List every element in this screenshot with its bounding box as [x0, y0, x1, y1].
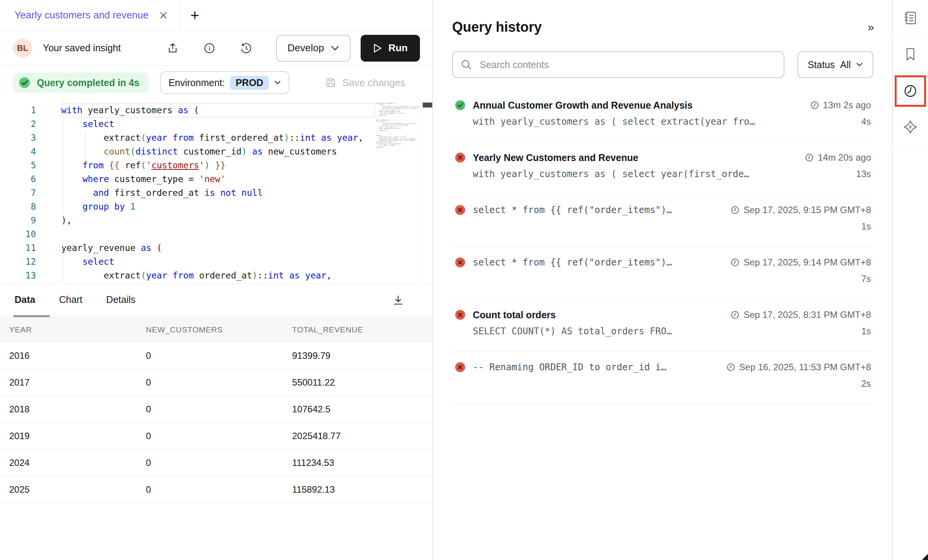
table-row: 20240111234.53 — [0, 449, 432, 476]
status-filter-dropdown[interactable]: Status All — [797, 51, 873, 78]
minimap[interactable]: with yearly_customers as ( select extrac… — [376, 103, 421, 148]
resize-corner[interactable] — [922, 554, 928, 560]
indent-guide — [85, 131, 85, 158]
table-cell: 107642.5 — [292, 404, 432, 415]
table-cell: 2018 — [0, 404, 146, 415]
code-token: ) — [242, 147, 247, 156]
download-icon[interactable] — [392, 294, 405, 307]
tab-title: Yearly customers and revenue — [15, 9, 149, 21]
tab-yearly-customers[interactable]: Yearly customers and revenue — [0, 0, 180, 30]
code-token: 'new' — [199, 174, 225, 184]
code-line[interactable]: ), — [61, 213, 374, 227]
code-line[interactable]: yearly_revenue as ( — [61, 241, 374, 255]
code-token: and — [93, 188, 109, 198]
scrollbar-handle[interactable] — [423, 103, 432, 107]
code-token: , — [358, 133, 364, 143]
avatar: BL — [13, 39, 32, 58]
history-item[interactable]: Yearly New Customers and Revenue14m 20s … — [452, 142, 873, 194]
results-tab-data[interactable]: Data — [15, 294, 35, 307]
code-token: as — [178, 105, 189, 115]
code-token — [109, 202, 114, 212]
code-token — [61, 174, 82, 184]
results-tab-details[interactable]: Details — [106, 294, 135, 307]
results-tab-chart[interactable]: Chart — [59, 294, 82, 307]
bookmark-icon — [902, 46, 918, 62]
code-line[interactable]: select — [61, 255, 374, 269]
code-token: as — [289, 270, 300, 280]
history-item[interactable]: Annual Customer Growth and Revenue Analy… — [452, 90, 873, 142]
history-item-header: -- Renaming ORDER_ID to order_id i…Sep 1… — [454, 361, 871, 373]
history-item-time: Sep 17, 2025, 8:31 PM GMT+8 — [723, 309, 871, 320]
new-tab-button[interactable]: + — [190, 8, 199, 23]
code-token: , — [326, 270, 332, 280]
history-item[interactable]: -- Renaming ORDER_ID to order_id i…Sep 1… — [452, 352, 873, 404]
code-line[interactable]: where customer_type = 'new' — [61, 172, 374, 186]
insight-subtitle: Your saved insight — [43, 42, 121, 54]
history-time-text: Sep 17, 2025, 9:14 PM GMT+8 — [743, 257, 871, 268]
code-line[interactable]: extract(year from ordered_at)::int as ye… — [61, 269, 374, 282]
history-item-title: Annual Customer Growth and Revenue Analy… — [473, 100, 693, 111]
table-cell: 550011.22 — [292, 377, 432, 388]
history-item-duration: 1s — [861, 221, 871, 232]
history-item-sql: with yearly_customers as ( select year(f… — [473, 169, 749, 179]
editor-scrollbar[interactable] — [422, 99, 432, 283]
code-line[interactable]: from {{ ref('customers') }} — [61, 158, 374, 172]
query-history-panel: Query history » Status All Annual Custom… — [434, 0, 892, 560]
error-x-icon — [454, 361, 466, 373]
table-row: 20180107642.5 — [0, 396, 432, 423]
history-item-detail: with yearly_customers as ( select extrac… — [454, 116, 871, 127]
info-icon[interactable] — [203, 42, 216, 54]
history-item[interactable]: Count total ordersSep 17, 2025, 8:31 PM … — [452, 299, 873, 352]
history-item-time: Sep 16, 2025, 11:53 PM GMT+8 — [719, 362, 871, 373]
develop-dropdown[interactable]: Develop — [276, 35, 351, 62]
history-search[interactable] — [452, 51, 784, 78]
code-token — [167, 270, 173, 280]
table-cell: 2025 — [0, 484, 146, 495]
line-number: 4 — [0, 145, 45, 158]
code-token: ref — [119, 160, 141, 170]
rail-item-explore[interactable] — [893, 109, 928, 145]
version-history-icon[interactable] — [240, 42, 252, 54]
code-token: first_ordered_at — [194, 133, 284, 143]
code-token: is — [204, 188, 215, 198]
table-row: 2016091399.79 — [0, 342, 432, 369]
code-line[interactable]: group by 1 — [61, 200, 374, 213]
history-item[interactable]: select * from {{ ref("order_items")…Sep … — [452, 247, 873, 299]
active-rail-highlight — [895, 75, 926, 107]
code-line[interactable]: and first_ordered_at is not null — [61, 186, 374, 200]
code-token: year — [305, 270, 326, 280]
code-line[interactable]: extract(year from first_ordered_at)::int… — [61, 131, 374, 145]
history-item-detail: 2s — [454, 378, 871, 389]
query-status-text: Query completed in 4s — [37, 77, 139, 88]
save-changes-button[interactable]: Save changes — [325, 77, 405, 89]
rail-item-notebook[interactable] — [893, 0, 928, 36]
history-item-duration: 13s — [856, 169, 871, 179]
history-item[interactable]: select * from {{ ref("order_items")…Sep … — [452, 194, 873, 247]
code-token: year — [337, 133, 358, 143]
run-button[interactable]: Run — [361, 35, 420, 62]
collapse-panel-icon[interactable]: » — [868, 21, 873, 34]
rail-item-bookmarks[interactable] — [893, 36, 928, 73]
code-token — [125, 202, 130, 212]
table-cell: 0 — [146, 457, 292, 468]
sql-editor[interactable]: 12345678910111213 with yearly_customers … — [0, 99, 432, 283]
environment-value-badge: PROD — [230, 76, 268, 90]
code-token — [300, 270, 305, 280]
code-line[interactable] — [61, 227, 374, 241]
search-input[interactable] — [480, 59, 776, 70]
rail-item-query-history[interactable] — [893, 73, 928, 109]
code-token: yearly_revenue — [61, 243, 141, 253]
chevron-down-icon — [331, 46, 339, 51]
code-line[interactable]: select — [61, 117, 374, 131]
history-item-header: Yearly New Customers and Revenue14m 20s … — [454, 152, 871, 163]
code-area[interactable]: with yearly_customers as ( select extrac… — [61, 103, 374, 282]
history-item-title: Yearly New Customers and Revenue — [473, 152, 638, 163]
history-list: Annual Customer Growth and Revenue Analy… — [452, 90, 873, 404]
share-icon[interactable] — [167, 42, 179, 54]
code-line[interactable]: count(distinct customer_id) as new_custo… — [61, 145, 374, 158]
environment-selector[interactable]: Environment: PROD — [160, 71, 289, 94]
code-token: ) — [284, 133, 289, 143]
table-cell: 2025418.77 — [292, 431, 432, 441]
tab-close-icon[interactable] — [158, 10, 168, 20]
code-line[interactable]: with yearly_customers as ( — [61, 103, 374, 117]
